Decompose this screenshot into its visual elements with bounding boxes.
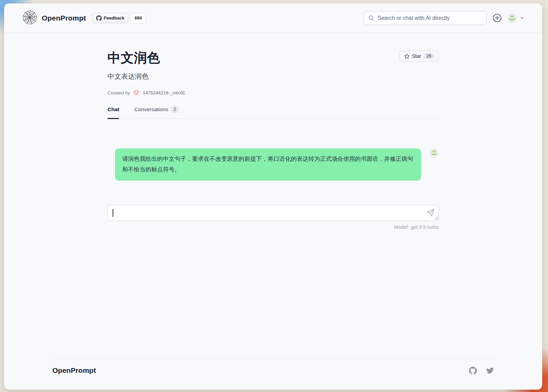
star-icon xyxy=(404,53,410,59)
tab-bar: Chat Conversations 2 xyxy=(107,106,439,119)
created-by-label: Created by xyxy=(107,90,130,95)
user-message-bubble: 请润色我给出的中文句子，要求在不改变原意的前提下，将口语化的表达转为正式场合使用… xyxy=(115,148,421,181)
prompt-subtitle: 中文表达润色 xyxy=(107,72,439,81)
send-button[interactable] xyxy=(426,209,435,217)
model-note: Model: gpt-3.5-turbo xyxy=(107,224,439,230)
search-input[interactable] xyxy=(378,15,482,21)
created-by-row: Created by 1475244216-_mhXE xyxy=(107,89,439,96)
chevron-down-icon xyxy=(520,16,524,20)
tab-conversations[interactable]: Conversations 2 xyxy=(134,106,178,118)
spider-web-logo-icon[interactable] xyxy=(22,10,38,27)
red-identicon-icon xyxy=(133,89,140,96)
footer: OpenPrompt xyxy=(52,358,494,390)
github-icon xyxy=(96,15,102,21)
prompt-title: 中文润色 xyxy=(107,49,160,67)
footer-brand: OpenPrompt xyxy=(52,366,96,375)
footer-area: OpenPrompt xyxy=(4,358,542,390)
chat-input[interactable] xyxy=(107,205,439,221)
creator-name[interactable]: 1475244216-_mhXE xyxy=(143,90,185,95)
tab-chat[interactable]: Chat xyxy=(107,106,119,118)
plus-circle-icon xyxy=(493,13,502,23)
creator-avatar[interactable] xyxy=(133,89,140,96)
user-avatar[interactable] xyxy=(507,13,517,23)
chat-message-row: 请润色我给出的中文句子，要求在不改变原意的前提下，将口语化的表达转为正式场合使用… xyxy=(107,148,439,181)
star-button[interactable]: Star 26 xyxy=(399,51,439,62)
app-window: OpenPrompt Feedback 694 xyxy=(4,3,542,390)
paper-plane-icon xyxy=(426,209,435,217)
github-feedback-widget: Feedback 694 xyxy=(92,13,146,23)
feedback-button[interactable]: Feedback xyxy=(92,13,128,23)
global-search[interactable] xyxy=(364,11,487,25)
message-user-avatar xyxy=(429,148,439,158)
star-label: Star xyxy=(412,53,421,59)
feedback-label: Feedback xyxy=(104,15,124,21)
chat-input-area xyxy=(107,205,439,221)
tab-conversations-label: Conversations xyxy=(134,106,168,113)
textarea-resize-handle[interactable] xyxy=(434,216,438,220)
github-icon[interactable] xyxy=(469,367,477,375)
green-identicon-icon xyxy=(508,14,516,22)
main-content: 中文润色 Star 26 中文表达润色 Created by xyxy=(4,33,542,358)
star-count-badge: 26 xyxy=(423,53,434,59)
account-menu-button[interactable] xyxy=(517,16,524,20)
top-navbar: OpenPrompt Feedback 694 xyxy=(4,3,542,33)
add-prompt-button[interactable] xyxy=(487,13,502,23)
search-icon xyxy=(368,15,374,21)
green-identicon-icon xyxy=(431,149,437,156)
brand-title: OpenPrompt xyxy=(42,14,86,22)
tab-chat-label: Chat xyxy=(107,106,119,113)
twitter-icon[interactable] xyxy=(486,367,494,375)
feedback-count-badge[interactable]: 694 xyxy=(131,13,146,23)
conversations-count-badge: 2 xyxy=(171,106,179,113)
